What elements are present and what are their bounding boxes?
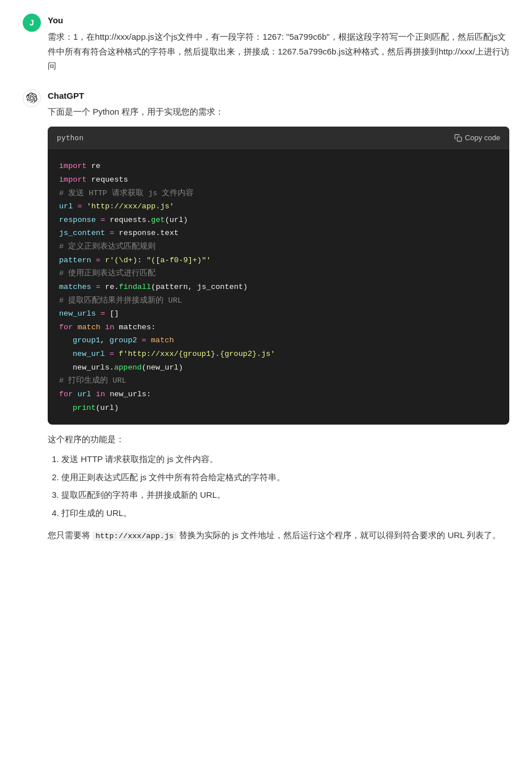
gpt-description: 这个程序的功能是： <box>48 433 509 446</box>
inline-code-url: http://xxx/app.js <box>93 531 177 541</box>
copy-code-button[interactable]: Copy code <box>454 133 500 142</box>
code-content: import re import requests # 发送 HTTP 请求获取… <box>48 149 509 425</box>
gpt-intro: 下面是一个 Python 程序，用于实现您的需求： <box>48 105 509 119</box>
feature-list: 发送 HTTP 请求获取指定的 js 文件内容。 使用正则表达式匹配 js 文件… <box>61 452 509 520</box>
copy-icon <box>454 134 462 142</box>
gpt-name: ChatGPT <box>48 89 509 103</box>
user-message-text: 需求：1，在http://xxx/app.js这个js文件中，有一段字符：126… <box>48 30 509 73</box>
user-avatar: J <box>23 14 41 32</box>
openai-logo-icon <box>26 93 37 104</box>
code-block: python Copy code import re import reques… <box>48 127 509 425</box>
list-item: 发送 HTTP 请求获取指定的 js 文件内容。 <box>61 452 509 467</box>
gpt-message: ChatGPT 下面是一个 Python 程序，用于实现您的需求： python… <box>23 89 509 544</box>
page-container: J You 需求：1，在http://xxx/app.js这个js文件中，有一段… <box>0 0 532 570</box>
user-message: J You 需求：1，在http://xxx/app.js这个js文件中，有一段… <box>23 14 509 73</box>
svg-rect-0 <box>457 137 462 141</box>
code-language: python <box>57 132 83 144</box>
user-message-content: You 需求：1，在http://xxx/app.js这个js文件中，有一段字符… <box>48 14 509 73</box>
list-item: 提取匹配到的字符串，并拼接成新的 URL。 <box>61 488 509 502</box>
list-item: 打印生成的 URL。 <box>61 506 509 521</box>
gpt-message-content: ChatGPT 下面是一个 Python 程序，用于实现您的需求： python… <box>48 89 509 544</box>
code-block-header: python Copy code <box>48 127 509 150</box>
footer-note: 您只需要将 http://xxx/app.js 替换为实际的 js 文件地址，然… <box>48 528 509 543</box>
user-name: You <box>48 14 509 27</box>
list-item: 使用正则表达式匹配 js 文件中所有符合给定格式的字符串。 <box>61 470 509 485</box>
gpt-avatar <box>23 89 41 107</box>
